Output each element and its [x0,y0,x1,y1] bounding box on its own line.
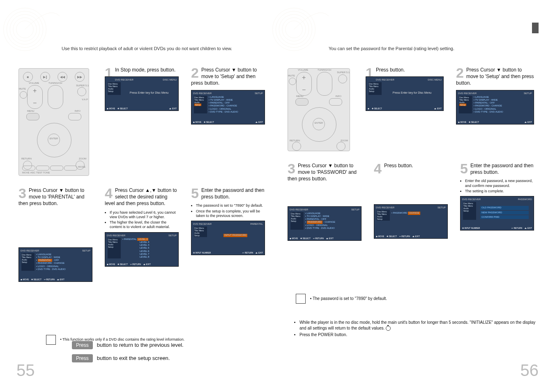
decoration-swirl-right [271,0,333,53]
tv-screen-disc-menu: DVD RECEIVERDISC MENU Disc MenuTitle Men… [366,76,444,111]
step1-text: In Stop mode, press button. [105,66,179,74]
prev-icon: ◀◀ [58,72,67,82]
tv-screen-change: DVD RECEIVERSETUP Disc MenuTitle MenuAud… [374,204,448,239]
step-number: 3 [18,186,26,200]
play-pause-icon: ▶‖ [40,72,50,82]
navigation-hints: Pressbutton to return to the previous le… [72,341,184,367]
step-number: 4 [105,186,113,200]
default-password-note: • The password is set to "7890" by defau… [296,294,387,304]
r-step1-text: Press button. [366,66,444,74]
step5-notes: The password is set to "7890" by default… [191,203,265,218]
press-label: Press [72,341,93,349]
r-step2-text: Press Cursor ▼ button to move to 'Setup'… [456,66,534,88]
page-number-left: 55 [16,361,35,380]
remote-diagram-small: ENTER VOLUME TUNING/CH MUTE SUPER 5.1 ME… [288,68,350,151]
press-label: Press [72,354,93,362]
step4-text: Press Cursor ▲,▼ button to select the de… [105,186,179,208]
decoration-swirl-left [2,0,64,53]
bottom-buttons-icon: MODE MOVE ASC TEST TONE [22,166,85,174]
step-number: 4 [374,161,382,175]
manual-spread: Use this to restrict playback of adult o… [0,0,555,392]
tv-screen-input-password: DVD RECEIVERPARENTAL Disc MenuTitle Menu… [191,221,265,255]
r-step3-text: Press Cursor ▼ button to move to 'PASSWO… [288,161,362,183]
enter-button-icon: ENTER [48,134,60,146]
info-button-icon [329,98,342,106]
info-button-icon [68,113,81,120]
next-icon: ▶▶ [75,72,85,82]
zoom-icon [336,142,345,151]
stop-button-icon [386,326,391,331]
volume-rocker-icon [27,85,43,109]
step-number: 3 [288,161,295,175]
tuning-rocker-icon [317,72,332,96]
step-number: 5 [191,186,199,200]
step-number: 5 [460,161,468,175]
note-box-icon [296,294,306,304]
tuning-rocker-icon [48,85,63,109]
menu-button-icon [26,113,39,120]
stop-icon: ■ [23,72,33,82]
tv-screen-password-hl: DVD RECEIVERSETUP Disc MenuTitle MenuAud… [288,206,362,241]
forgot-password-notes: While the player is in the no disc mode,… [294,320,540,339]
step-number: 2 [456,66,464,80]
return-icon [292,142,301,151]
page55-tagline: Use this to restrict playback of adult o… [62,46,232,51]
step3-text: Press Cursor ▼ button to move to 'PARENT… [18,186,92,208]
r-step5-text: Enter the password and then press button… [460,161,534,176]
tv-screen-parental-hl: DVD RECEIVERSETUP Disc MenuTitle MenuAud… [18,247,92,282]
mute-icon [289,78,296,85]
tv-screen-levels: DVD RECEIVERSETUP Disc MenuTitle MenuAud… [105,232,179,267]
r-step5-notes: Enter the old password, a new password, … [460,179,534,194]
page56-steps: ENTER VOLUME TUNING/CH MUTE SUPER 5.1 ME… [288,66,534,251]
step4-notes: If you have selected Level 6, you cannot… [105,210,179,230]
volume-rocker-icon [296,72,312,96]
tv-screen-disc-menu: DVD RECEIVERDISC MENU Disc MenuTitle Men… [105,76,179,111]
menu-button-icon [295,98,309,106]
page56-tagline: You can set the password for the Parenta… [329,46,454,51]
mute-icon [20,91,27,99]
step5-text: Enter the password and then press button… [191,186,265,201]
tv-screen-setup: DVD RECEIVERSETUP Disc MenuTitle MenuAud… [191,90,265,125]
section-tab [532,23,539,33]
tv-screen-setup: DVD RECEIVERSETUP Disc MenuTitle MenuAud… [456,90,534,125]
super51-icon [338,74,347,83]
svg-point-1 [7,11,43,47]
remote-diagram: ■ ▶‖ ◀◀ ▶▶ VOLUME TUNING/CH MUTE SUPER 5… [18,68,89,176]
step-number: 2 [191,66,199,80]
page55-steps: ■ ▶‖ ◀◀ ▶▶ VOLUME TUNING/CH MUTE SUPER 5… [18,66,265,292]
page-number-right: 56 [520,361,539,380]
step2-text: Press Cursor ▼ button to move to 'Setup'… [191,66,265,88]
r-step4-text: Press button. [374,161,448,170]
tv-screen-password-entry: DVD RECEIVERPASSWORD Disc MenuTitle Menu… [460,196,534,231]
note-box-icon [46,335,56,345]
super51-icon [77,87,86,96]
enter-button-icon: ENTER [313,118,325,130]
